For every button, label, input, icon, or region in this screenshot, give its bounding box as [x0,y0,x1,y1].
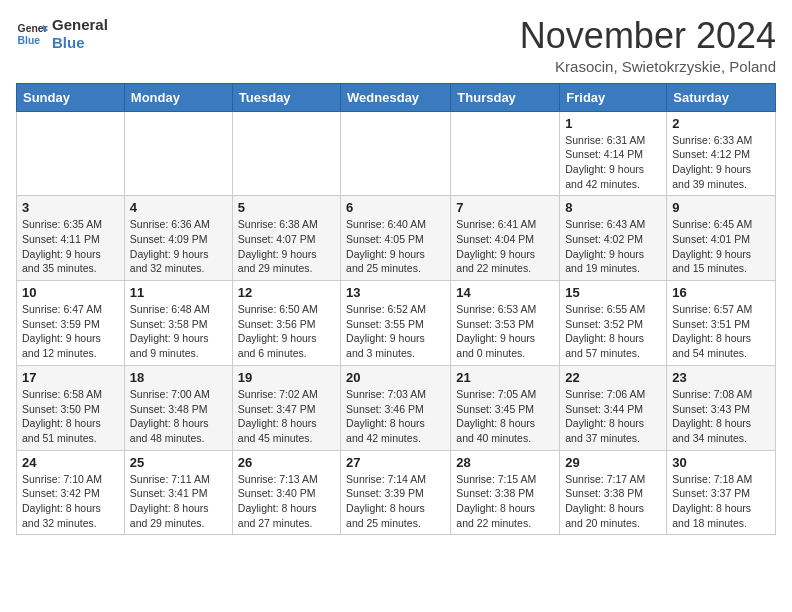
day-number: 14 [456,285,554,300]
day-cell: 17Sunrise: 6:58 AM Sunset: 3:50 PM Dayli… [17,365,125,450]
day-info: Sunrise: 6:45 AM Sunset: 4:01 PM Dayligh… [672,217,770,276]
day-info: Sunrise: 6:48 AM Sunset: 3:58 PM Dayligh… [130,302,227,361]
day-number: 9 [672,200,770,215]
day-cell: 28Sunrise: 7:15 AM Sunset: 3:38 PM Dayli… [451,450,560,535]
day-number: 6 [346,200,445,215]
day-cell: 22Sunrise: 7:06 AM Sunset: 3:44 PM Dayli… [560,365,667,450]
day-info: Sunrise: 6:55 AM Sunset: 3:52 PM Dayligh… [565,302,661,361]
day-number: 30 [672,455,770,470]
day-info: Sunrise: 6:40 AM Sunset: 4:05 PM Dayligh… [346,217,445,276]
day-number: 28 [456,455,554,470]
day-number: 20 [346,370,445,385]
month-title: November 2024 [520,16,776,56]
weekday-header-sunday: Sunday [17,83,125,111]
week-row-3: 10Sunrise: 6:47 AM Sunset: 3:59 PM Dayli… [17,281,776,366]
day-info: Sunrise: 7:02 AM Sunset: 3:47 PM Dayligh… [238,387,335,446]
day-info: Sunrise: 7:17 AM Sunset: 3:38 PM Dayligh… [565,472,661,531]
day-number: 21 [456,370,554,385]
weekday-header-monday: Monday [124,83,232,111]
page-header: General Blue General Blue November 2024 … [16,16,776,75]
day-cell: 21Sunrise: 7:05 AM Sunset: 3:45 PM Dayli… [451,365,560,450]
calendar-header: SundayMondayTuesdayWednesdayThursdayFrid… [17,83,776,111]
week-row-5: 24Sunrise: 7:10 AM Sunset: 3:42 PM Dayli… [17,450,776,535]
day-info: Sunrise: 7:18 AM Sunset: 3:37 PM Dayligh… [672,472,770,531]
weekday-header-saturday: Saturday [667,83,776,111]
day-cell: 2Sunrise: 6:33 AM Sunset: 4:12 PM Daylig… [667,111,776,196]
day-number: 7 [456,200,554,215]
day-cell [124,111,232,196]
day-cell [17,111,125,196]
title-area: November 2024 Krasocin, Swietokrzyskie, … [520,16,776,75]
day-cell: 5Sunrise: 6:38 AM Sunset: 4:07 PM Daylig… [232,196,340,281]
day-cell: 15Sunrise: 6:55 AM Sunset: 3:52 PM Dayli… [560,281,667,366]
day-number: 15 [565,285,661,300]
day-info: Sunrise: 7:14 AM Sunset: 3:39 PM Dayligh… [346,472,445,531]
weekday-header-row: SundayMondayTuesdayWednesdayThursdayFrid… [17,83,776,111]
day-cell: 29Sunrise: 7:17 AM Sunset: 3:38 PM Dayli… [560,450,667,535]
day-info: Sunrise: 6:53 AM Sunset: 3:53 PM Dayligh… [456,302,554,361]
logo-icon: General Blue [16,18,48,50]
day-cell: 12Sunrise: 6:50 AM Sunset: 3:56 PM Dayli… [232,281,340,366]
day-info: Sunrise: 7:15 AM Sunset: 3:38 PM Dayligh… [456,472,554,531]
day-cell: 1Sunrise: 6:31 AM Sunset: 4:14 PM Daylig… [560,111,667,196]
day-cell: 18Sunrise: 7:00 AM Sunset: 3:48 PM Dayli… [124,365,232,450]
day-number: 27 [346,455,445,470]
day-number: 26 [238,455,335,470]
day-number: 19 [238,370,335,385]
logo: General Blue General Blue [16,16,108,52]
day-cell: 16Sunrise: 6:57 AM Sunset: 3:51 PM Dayli… [667,281,776,366]
day-info: Sunrise: 6:31 AM Sunset: 4:14 PM Dayligh… [565,133,661,192]
day-number: 3 [22,200,119,215]
day-cell: 14Sunrise: 6:53 AM Sunset: 3:53 PM Dayli… [451,281,560,366]
day-cell: 13Sunrise: 6:52 AM Sunset: 3:55 PM Dayli… [341,281,451,366]
day-info: Sunrise: 6:47 AM Sunset: 3:59 PM Dayligh… [22,302,119,361]
day-number: 10 [22,285,119,300]
location: Krasocin, Swietokrzyskie, Poland [520,58,776,75]
day-number: 1 [565,116,661,131]
svg-text:Blue: Blue [18,35,41,46]
day-cell: 26Sunrise: 7:13 AM Sunset: 3:40 PM Dayli… [232,450,340,535]
day-info: Sunrise: 7:08 AM Sunset: 3:43 PM Dayligh… [672,387,770,446]
day-cell [232,111,340,196]
day-info: Sunrise: 6:50 AM Sunset: 3:56 PM Dayligh… [238,302,335,361]
logo-general: General [52,16,108,34]
day-number: 5 [238,200,335,215]
day-info: Sunrise: 7:03 AM Sunset: 3:46 PM Dayligh… [346,387,445,446]
logo-blue: Blue [52,34,108,52]
week-row-2: 3Sunrise: 6:35 AM Sunset: 4:11 PM Daylig… [17,196,776,281]
day-cell: 24Sunrise: 7:10 AM Sunset: 3:42 PM Dayli… [17,450,125,535]
weekday-header-thursday: Thursday [451,83,560,111]
day-cell: 6Sunrise: 6:40 AM Sunset: 4:05 PM Daylig… [341,196,451,281]
day-cell: 27Sunrise: 7:14 AM Sunset: 3:39 PM Dayli… [341,450,451,535]
day-cell: 4Sunrise: 6:36 AM Sunset: 4:09 PM Daylig… [124,196,232,281]
day-info: Sunrise: 7:13 AM Sunset: 3:40 PM Dayligh… [238,472,335,531]
day-number: 8 [565,200,661,215]
day-number: 17 [22,370,119,385]
day-cell: 7Sunrise: 6:41 AM Sunset: 4:04 PM Daylig… [451,196,560,281]
day-info: Sunrise: 6:43 AM Sunset: 4:02 PM Dayligh… [565,217,661,276]
day-number: 16 [672,285,770,300]
day-cell: 10Sunrise: 6:47 AM Sunset: 3:59 PM Dayli… [17,281,125,366]
day-info: Sunrise: 7:10 AM Sunset: 3:42 PM Dayligh… [22,472,119,531]
day-number: 24 [22,455,119,470]
day-cell: 9Sunrise: 6:45 AM Sunset: 4:01 PM Daylig… [667,196,776,281]
day-number: 29 [565,455,661,470]
day-number: 4 [130,200,227,215]
day-number: 23 [672,370,770,385]
day-number: 25 [130,455,227,470]
day-info: Sunrise: 7:06 AM Sunset: 3:44 PM Dayligh… [565,387,661,446]
day-info: Sunrise: 6:36 AM Sunset: 4:09 PM Dayligh… [130,217,227,276]
week-row-1: 1Sunrise: 6:31 AM Sunset: 4:14 PM Daylig… [17,111,776,196]
day-cell: 19Sunrise: 7:02 AM Sunset: 3:47 PM Dayli… [232,365,340,450]
day-cell: 3Sunrise: 6:35 AM Sunset: 4:11 PM Daylig… [17,196,125,281]
day-info: Sunrise: 6:33 AM Sunset: 4:12 PM Dayligh… [672,133,770,192]
day-number: 18 [130,370,227,385]
day-number: 2 [672,116,770,131]
day-number: 11 [130,285,227,300]
day-cell: 25Sunrise: 7:11 AM Sunset: 3:41 PM Dayli… [124,450,232,535]
day-info: Sunrise: 6:41 AM Sunset: 4:04 PM Dayligh… [456,217,554,276]
day-number: 13 [346,285,445,300]
weekday-header-tuesday: Tuesday [232,83,340,111]
day-info: Sunrise: 6:57 AM Sunset: 3:51 PM Dayligh… [672,302,770,361]
weekday-header-friday: Friday [560,83,667,111]
